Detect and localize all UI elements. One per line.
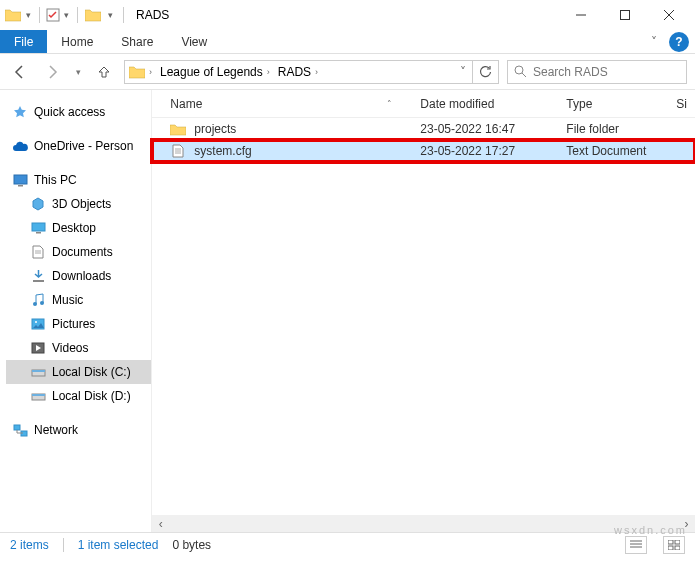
window-title: RADS [136, 8, 169, 22]
nav-quick-access[interactable]: Quick access [6, 100, 151, 124]
svg-rect-34 [675, 546, 680, 550]
up-button[interactable] [92, 60, 116, 84]
cube-icon [30, 196, 46, 212]
svg-rect-23 [14, 425, 20, 430]
music-icon [30, 292, 46, 308]
nav-network[interactable]: Network [6, 418, 151, 442]
nav-pictures[interactable]: Pictures [6, 312, 151, 336]
star-icon [12, 104, 28, 120]
file-row-folder[interactable]: projects 23-05-2022 16:47 File folder [152, 118, 695, 140]
share-tab[interactable]: Share [107, 30, 167, 53]
svg-rect-7 [14, 175, 27, 184]
text-file-icon [170, 143, 186, 159]
ribbon-tabs: File Home Share View ˅ ? [0, 30, 695, 54]
status-item-count: 2 items [10, 538, 49, 552]
navigation-bar: ▾ › League of Legends › RADS › ˅ Search … [0, 54, 695, 90]
maximize-button[interactable] [603, 0, 647, 30]
app-folder-icon [4, 6, 22, 24]
column-type[interactable]: Type [558, 97, 668, 111]
status-bar: 2 items 1 item selected 0 bytes [0, 532, 695, 556]
nav-3d-objects[interactable]: 3D Objects [6, 192, 151, 216]
svg-rect-22 [32, 394, 45, 396]
breadcrumb-parent[interactable]: League of Legends › [158, 65, 276, 79]
desktop-icon [30, 220, 46, 236]
search-icon [514, 65, 527, 78]
svg-rect-31 [668, 540, 673, 544]
sort-asc-icon: ˄ [387, 99, 392, 109]
qat-dropdown-icon[interactable]: ▾ [24, 10, 33, 20]
ribbon-expand-icon[interactable]: ˅ [645, 30, 663, 53]
qat-properties-icon[interactable] [46, 8, 60, 22]
nav-videos[interactable]: Videos [6, 336, 151, 360]
svg-rect-2 [621, 11, 630, 20]
qat-newfolder-icon[interactable] [84, 6, 102, 24]
title-bar: ▾ ▾ ▾ RADS [0, 0, 695, 30]
document-icon [30, 244, 46, 260]
column-headers[interactable]: Name˄ Date modified Type Si [152, 90, 695, 118]
search-input[interactable]: Search RADS [507, 60, 687, 84]
qat-dropdown2-icon[interactable]: ▾ [62, 10, 71, 20]
forward-button[interactable] [40, 60, 64, 84]
video-icon [30, 340, 46, 356]
svg-point-15 [40, 301, 44, 305]
column-size[interactable]: Si [668, 97, 695, 111]
svg-rect-33 [668, 546, 673, 550]
nav-music[interactable]: Music [6, 288, 151, 312]
column-date[interactable]: Date modified [412, 97, 558, 111]
nav-this-pc[interactable]: This PC [6, 168, 151, 192]
scroll-left-icon[interactable]: ‹ [152, 515, 169, 532]
status-selected-count: 1 item selected [78, 538, 159, 552]
svg-rect-8 [18, 185, 23, 187]
pc-icon [12, 172, 28, 188]
qat-overflow-icon[interactable]: ▾ [104, 10, 117, 20]
view-tab[interactable]: View [167, 30, 221, 53]
picture-icon [30, 316, 46, 332]
search-placeholder: Search RADS [533, 65, 608, 79]
nav-downloads[interactable]: Downloads [6, 264, 151, 288]
file-row-selected[interactable]: system.cfg 23-05-2022 17:27 Text Documen… [152, 140, 695, 162]
details-view-button[interactable] [625, 536, 647, 554]
icons-view-button[interactable] [663, 536, 685, 554]
help-button[interactable]: ? [669, 32, 689, 52]
svg-rect-9 [32, 223, 45, 231]
navigation-pane: Quick access OneDrive - Person This PC 3… [0, 90, 151, 532]
svg-point-17 [35, 321, 37, 323]
file-list: Name˄ Date modified Type Si projects 23-… [151, 90, 695, 532]
svg-point-5 [515, 66, 523, 74]
network-icon [12, 422, 28, 438]
refresh-button[interactable] [472, 60, 496, 84]
svg-rect-32 [675, 540, 680, 544]
svg-rect-20 [32, 370, 45, 372]
minimize-button[interactable] [559, 0, 603, 30]
svg-point-14 [33, 302, 37, 306]
file-tab[interactable]: File [0, 30, 47, 53]
address-dropdown-icon[interactable]: ˅ [454, 65, 472, 79]
breadcrumb-root-icon[interactable]: › [127, 65, 158, 79]
back-button[interactable] [8, 60, 32, 84]
drive-icon [30, 364, 46, 380]
svg-rect-13 [33, 280, 44, 282]
address-bar[interactable]: › League of Legends › RADS › ˅ [124, 60, 499, 84]
nav-onedrive[interactable]: OneDrive - Person [6, 134, 151, 158]
cloud-icon [12, 138, 28, 154]
close-button[interactable] [647, 0, 691, 30]
nav-desktop[interactable]: Desktop [6, 216, 151, 240]
column-name[interactable]: Name˄ [162, 97, 412, 111]
breadcrumb-current[interactable]: RADS › [276, 65, 324, 79]
nav-local-disk-c[interactable]: Local Disk (C:) [6, 360, 151, 384]
status-size: 0 bytes [172, 538, 211, 552]
watermark: wsxdn.com [614, 524, 687, 536]
nav-documents[interactable]: Documents [6, 240, 151, 264]
recent-dropdown-icon[interactable]: ▾ [72, 60, 84, 84]
svg-line-6 [522, 73, 526, 77]
download-icon [30, 268, 46, 284]
folder-icon [170, 121, 186, 137]
drive-icon [30, 388, 46, 404]
svg-rect-10 [36, 232, 41, 234]
nav-local-disk-d[interactable]: Local Disk (D:) [6, 384, 151, 408]
home-tab[interactable]: Home [47, 30, 107, 53]
